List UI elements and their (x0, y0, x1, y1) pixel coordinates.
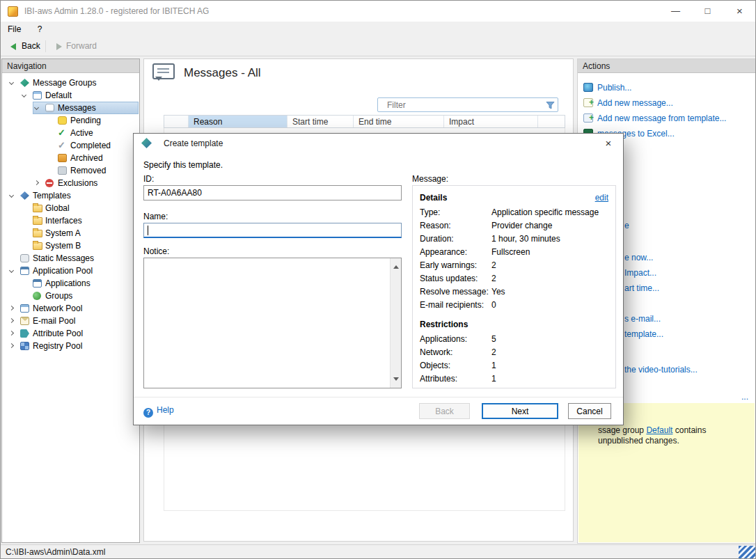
restriction-row: Network:2 (420, 346, 608, 359)
restrictions-header: Restrictions (420, 320, 608, 329)
tree-item-label: Registry Pool (33, 340, 82, 352)
network-pool-icon (20, 304, 29, 313)
tree-item-system-b[interactable]: System B (2, 239, 139, 252)
action-link-fragment[interactable]: Impact... (624, 268, 656, 278)
detail-row: Early warnings:2 (420, 259, 608, 272)
action-add-message-from-template[interactable]: Add new message from template... (578, 111, 755, 126)
table-header-start-time[interactable]: Start time (288, 116, 354, 127)
tree-item-label: Archived (70, 152, 103, 164)
tree-item-groups[interactable]: Groups (2, 290, 139, 302)
id-label: ID: (143, 174, 154, 184)
actions-header: Actions (578, 59, 755, 73)
tree-item-label: Active (70, 127, 93, 139)
default-group-link[interactable]: Default (646, 425, 672, 435)
notice-textarea[interactable] (143, 258, 402, 388)
tree-item-archived[interactable]: Archived (2, 152, 139, 164)
action-link-fragment[interactable]: e (624, 221, 629, 230)
expander-down-icon[interactable] (22, 93, 26, 97)
tree-item-completed[interactable]: Completed (2, 139, 139, 152)
tree-item-label: Interfaces (45, 214, 82, 227)
minimize-button[interactable]: — (660, 1, 691, 22)
tree-item-label: Global (45, 202, 70, 214)
restriction-label: Objects: (420, 359, 491, 372)
table-header-impact[interactable]: Impact (444, 116, 538, 127)
restriction-row: Objects:1 (420, 359, 608, 372)
scroll-down-icon[interactable] (393, 377, 399, 384)
tree-item-messages[interactable]: Messages (2, 102, 139, 114)
expander-down-icon[interactable] (9, 268, 14, 273)
action-link-fragment[interactable]: s e-mail... (624, 314, 661, 324)
menu-help[interactable]: ? (31, 22, 49, 37)
tree-item-exclusions[interactable]: Exclusions (2, 177, 139, 189)
groups-icon (33, 292, 41, 300)
help-link[interactable]: ?Help (143, 405, 174, 418)
menu-file[interactable]: File (1, 22, 28, 37)
restriction-label: Attributes: (420, 372, 491, 386)
action-link-fragment[interactable]: the video-tutorials... (624, 365, 698, 375)
restriction-row: Attributes:1 (420, 372, 608, 386)
tree-item-system-a[interactable]: System A (2, 227, 139, 239)
scrollbar[interactable] (390, 258, 401, 388)
filter-box[interactable] (377, 97, 558, 112)
tree-item-interfaces[interactable]: Interfaces (2, 214, 139, 227)
tree-item-default[interactable]: Default (2, 89, 139, 102)
scroll-up-icon[interactable] (393, 262, 399, 269)
table-header-reason[interactable]: Reason (189, 116, 288, 127)
resize-grip[interactable] (739, 546, 755, 558)
detail-value: Fullscreen (491, 247, 530, 257)
data-file-path: C:\IBI-aws\Admin\Data.xml (6, 547, 105, 557)
tree-item-registry-pool[interactable]: Registry Pool (2, 340, 139, 352)
tree-item-label: Groups (45, 290, 72, 302)
add-message-icon (583, 98, 593, 107)
action-link-fragment[interactable]: ... (741, 392, 748, 402)
tree-item-network-pool[interactable]: Network Pool (2, 302, 139, 315)
tree-item-label: Messages (58, 102, 96, 114)
filter-input[interactable] (379, 99, 540, 111)
expander-right-icon[interactable] (9, 343, 14, 348)
tree-item-label: E-mail Pool (33, 315, 75, 327)
tree-item-active[interactable]: Active (2, 127, 139, 139)
back-nav-button[interactable]: Back (6, 37, 40, 56)
tree-item-pending[interactable]: Pending (2, 114, 139, 127)
cancel-button[interactable]: Cancel (568, 403, 611, 419)
dialog-close-icon[interactable]: × (598, 136, 619, 151)
expander-down-icon[interactable] (34, 105, 39, 110)
expander-right-icon[interactable] (9, 331, 14, 336)
action-publish[interactable]: Publish... (578, 80, 755, 95)
tree-item-message-groups[interactable]: Message Groups (2, 77, 139, 89)
tree-item-label: System A (45, 227, 81, 239)
restriction-value: 1 (491, 374, 496, 384)
back-button[interactable]: Back (419, 403, 470, 419)
action-link-fragment[interactable]: e now... (624, 253, 653, 262)
tree-item-removed[interactable]: Removed (2, 164, 139, 177)
expander-right-icon[interactable] (9, 318, 14, 323)
tree-item-static-messages[interactable]: Static Messages (2, 252, 139, 265)
expander-down-icon[interactable] (9, 193, 14, 198)
expander-right-icon[interactable] (9, 306, 14, 310)
tree-item-global[interactable]: Global (2, 202, 139, 214)
close-button[interactable]: × (724, 1, 755, 22)
name-label: Name: (143, 212, 168, 221)
add-from-template-icon (583, 113, 593, 123)
expander-right-icon[interactable] (34, 180, 39, 185)
tree-item-application-pool[interactable]: Application Pool (2, 265, 139, 277)
forward-nav-button[interactable]: Forward (51, 37, 97, 56)
detail-label: Reason: (420, 219, 491, 233)
table-header-end-time[interactable]: End time (354, 116, 444, 127)
edit-link[interactable]: edit (595, 193, 608, 203)
action-add-new-message[interactable]: Add new message... (578, 95, 755, 111)
navigation-header: Navigation (2, 59, 139, 73)
id-field[interactable] (143, 185, 402, 200)
name-field[interactable] (143, 223, 402, 238)
tree-item-email-pool[interactable]: E-mail Pool (2, 315, 139, 327)
expander-down-icon[interactable] (9, 80, 14, 85)
next-button[interactable]: Next (482, 403, 558, 419)
table-header-icon-col[interactable] (164, 116, 189, 127)
action-link-fragment[interactable]: template... (624, 329, 663, 339)
tree-item-applications[interactable]: Applications (2, 277, 139, 290)
action-link-fragment[interactable]: art time... (624, 283, 659, 293)
tree-item-attribute-pool[interactable]: Attribute Pool (2, 327, 139, 340)
tree-item-templates[interactable]: Templates (2, 189, 139, 202)
maximize-button[interactable]: □ (692, 1, 723, 22)
back-nav-label: Back (22, 41, 40, 51)
